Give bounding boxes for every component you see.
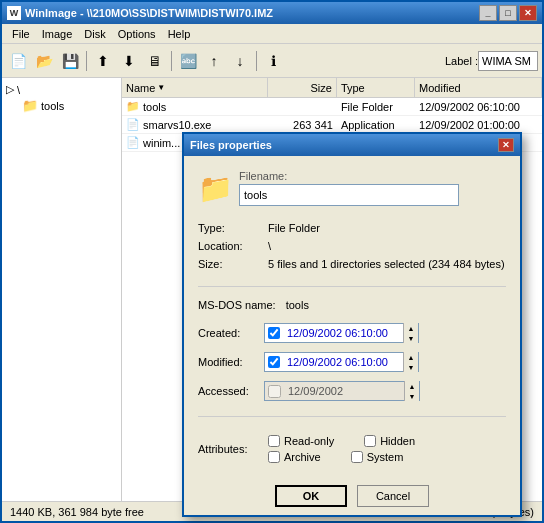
- size-row: Size: 5 files and 1 directories selected…: [198, 258, 506, 270]
- archive-checkbox[interactable]: [268, 451, 280, 463]
- type-row: Type: File Folder: [198, 222, 506, 234]
- dialog-title-text: Files properties: [190, 139, 272, 151]
- created-field: Created: 12/09/2002 06:10:00 ▲ ▼: [198, 323, 506, 343]
- archive-attr[interactable]: Archive: [268, 451, 321, 463]
- ok-button[interactable]: OK: [275, 485, 347, 507]
- dialog-buttons: OK Cancel: [184, 477, 520, 515]
- modified-spin-down[interactable]: ▼: [404, 362, 418, 372]
- hidden-checkbox[interactable]: [364, 435, 376, 447]
- msdos-label: MS-DOS name:: [198, 299, 276, 311]
- dialog-overlay: Files properties ✕ 📁 Filename: Type:: [2, 2, 542, 521]
- attributes-row-1: Read-only Hidden: [268, 435, 415, 447]
- attributes-section: Attributes: Read-only Hidden: [198, 435, 506, 463]
- created-spinner: ▲ ▼: [403, 323, 418, 343]
- modified-checkbox[interactable]: [265, 356, 283, 368]
- accessed-checkbox[interactable]: [265, 385, 284, 398]
- modified-input[interactable]: 12/09/2002 06:10:00 ▲ ▼: [264, 352, 419, 372]
- accessed-check[interactable]: [268, 385, 281, 398]
- readonly-attr[interactable]: Read-only: [268, 435, 334, 447]
- dialog-title-bar: Files properties ✕: [184, 134, 520, 156]
- accessed-value: 12/09/2002: [284, 384, 404, 398]
- modified-value: 12/09/2002 06:10:00: [283, 355, 403, 369]
- filename-label: Filename:: [239, 170, 459, 182]
- location-row: Location: \: [198, 240, 506, 252]
- modified-field: Modified: 12/09/2002 06:10:00 ▲ ▼: [198, 352, 506, 372]
- created-spin-down[interactable]: ▼: [404, 333, 418, 343]
- files-properties-dialog: Files properties ✕ 📁 Filename: Type:: [182, 132, 522, 517]
- created-spin-up[interactable]: ▲: [404, 323, 418, 333]
- dialog-close-button[interactable]: ✕: [498, 138, 514, 152]
- size-value: 5 files and 1 directories selected (234 …: [268, 258, 505, 270]
- accessed-spinner: ▲ ▼: [404, 381, 419, 401]
- created-check[interactable]: [268, 327, 280, 339]
- cancel-button[interactable]: Cancel: [357, 485, 429, 507]
- msdos-value: tools: [286, 299, 309, 311]
- attributes-row-2: Archive System: [268, 451, 415, 463]
- hidden-attr[interactable]: Hidden: [364, 435, 415, 447]
- modified-label: Modified:: [198, 356, 258, 368]
- type-value: File Folder: [268, 222, 320, 234]
- accessed-label: Accessed:: [198, 385, 258, 397]
- modified-spin-up[interactable]: ▲: [404, 352, 418, 362]
- modified-spinner: ▲ ▼: [403, 352, 418, 372]
- accessed-spin-down[interactable]: ▼: [405, 391, 419, 401]
- size-label: Size:: [198, 258, 258, 270]
- hidden-label: Hidden: [380, 435, 415, 447]
- archive-label: Archive: [284, 451, 321, 463]
- created-input[interactable]: 12/09/2002 06:10:00 ▲ ▼: [264, 323, 419, 343]
- accessed-spin-up[interactable]: ▲: [405, 381, 419, 391]
- location-label: Location:: [198, 240, 258, 252]
- type-label: Type:: [198, 222, 258, 234]
- filename-section: 📁 Filename:: [198, 166, 506, 210]
- system-attr[interactable]: System: [351, 451, 404, 463]
- accessed-input[interactable]: 12/09/2002 ▲ ▼: [264, 381, 420, 401]
- attributes-label: Attributes:: [198, 443, 258, 455]
- divider-1: [198, 286, 506, 287]
- divider-2: [198, 416, 506, 417]
- filename-input[interactable]: [239, 184, 459, 206]
- system-label: System: [367, 451, 404, 463]
- location-value: \: [268, 240, 271, 252]
- created-value: 12/09/2002 06:10:00: [283, 326, 403, 340]
- created-label: Created:: [198, 327, 258, 339]
- readonly-label: Read-only: [284, 435, 334, 447]
- dialog-body: 📁 Filename: Type: File Folder Location: …: [184, 156, 520, 473]
- msdos-row: MS-DOS name: tools: [198, 299, 506, 311]
- accessed-field: Accessed: 12/09/2002 ▲ ▼: [198, 381, 506, 401]
- created-checkbox[interactable]: [265, 327, 283, 339]
- system-checkbox[interactable]: [351, 451, 363, 463]
- readonly-checkbox[interactable]: [268, 435, 280, 447]
- attributes-row: Attributes: Read-only Hidden: [198, 435, 506, 463]
- dialog-folder-icon: 📁: [198, 172, 233, 205]
- modified-check[interactable]: [268, 356, 280, 368]
